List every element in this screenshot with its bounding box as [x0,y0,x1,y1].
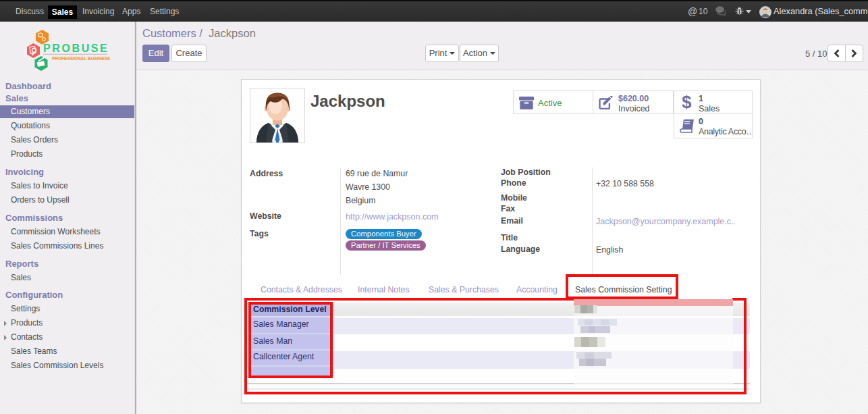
svg-text:PROBUSE: PROBUSE [43,43,109,54]
svg-text:PROFESSIONAL BUSINESS: PROFESSIONAL BUSINESS [52,56,111,61]
